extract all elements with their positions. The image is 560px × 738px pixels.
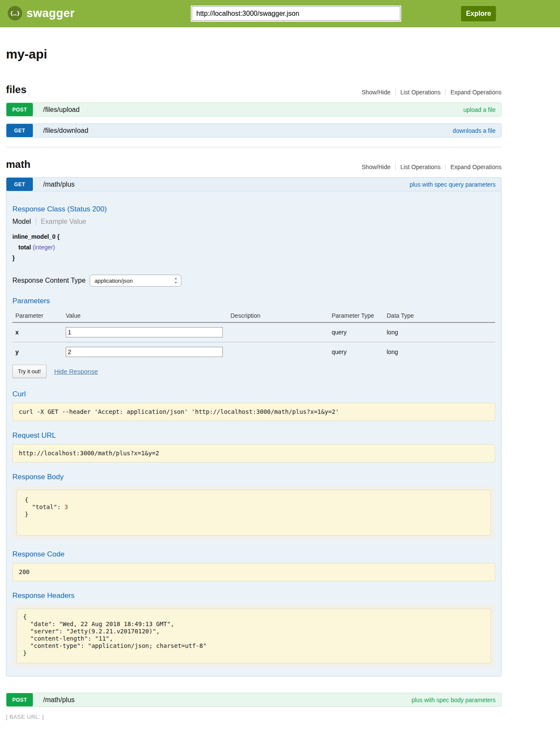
- param-data-type: long: [387, 329, 495, 336]
- op-row-get-files-download[interactable]: GET /files/download downloads a file: [6, 123, 502, 138]
- property-type: (integer): [32, 244, 55, 251]
- list-operations-link[interactable]: List Operations: [395, 89, 445, 96]
- try-row: Try it out! Hide Response: [12, 365, 495, 378]
- try-it-out-button[interactable]: Try it out!: [12, 365, 47, 378]
- op-summary-link[interactable]: plus with spec body parameters: [411, 697, 496, 703]
- col-parameter-type: Parameter Type: [332, 312, 387, 319]
- show-hide-link[interactable]: Show/Hide: [357, 164, 395, 170]
- op-row-post-math-plus[interactable]: POST /math/plus plus with spec body para…: [6, 693, 502, 707]
- base-url-label: [ BASE URL: ]: [6, 714, 502, 720]
- brand[interactable]: {…} swagger: [8, 6, 75, 20]
- swagger-logo-icon: {…}: [8, 6, 22, 20]
- spec-url-input[interactable]: [192, 6, 400, 21]
- op-summary-link[interactable]: upload a file: [463, 106, 496, 113]
- param-type: query: [332, 329, 387, 336]
- model-open-line: inline_model_0 {: [12, 231, 495, 242]
- model-close-line: }: [12, 253, 495, 264]
- col-description: Description: [230, 312, 332, 319]
- http-method-badge: POST: [6, 693, 33, 706]
- tab-model[interactable]: Model: [12, 218, 36, 226]
- curl-heading: Curl: [12, 390, 495, 398]
- response-code-heading: Response Code: [12, 550, 495, 559]
- param-value-input-y[interactable]: [66, 347, 223, 357]
- section-header-files: files Show/Hide List Operations Expand O…: [6, 84, 502, 96]
- operation-detail-panel: Response Class (Status 200) Model Exampl…: [6, 191, 502, 676]
- op-row-post-files-upload[interactable]: POST /files/upload upload a file: [6, 102, 502, 117]
- brand-title: swagger: [26, 7, 75, 20]
- response-body-prefix: { "total":: [25, 496, 64, 510]
- show-hide-link[interactable]: Show/Hide: [357, 89, 395, 96]
- param-row-x: x query long: [12, 323, 495, 343]
- response-content-type-value: application/json: [94, 278, 133, 284]
- param-name: x: [12, 329, 66, 336]
- op-path[interactable]: /math/plus: [43, 181, 75, 188]
- response-class-heading: Response Class (Status 200): [12, 205, 495, 214]
- op-path[interactable]: /files/download: [43, 127, 88, 135]
- op-summary-link[interactable]: downloads a file: [453, 127, 496, 134]
- section-title-math: math: [6, 158, 30, 170]
- response-body-suffix: }: [25, 511, 28, 518]
- select-arrows-icon: ▲▼: [174, 276, 177, 285]
- col-data-type: Data Type: [387, 312, 495, 319]
- section-links-files: Show/Hide List Operations Expand Operati…: [357, 89, 502, 96]
- section-title-files: files: [6, 84, 26, 96]
- parameters-table: Parameter Value Description Parameter Ty…: [12, 310, 495, 361]
- section-divider: [6, 147, 502, 147]
- expand-operations-link[interactable]: Expand Operations: [445, 89, 502, 96]
- request-url: http://localhost:3000/math/plus?x=1&y=2: [12, 444, 495, 463]
- model-property: total (integer): [12, 242, 495, 253]
- op-path[interactable]: /math/plus: [43, 696, 75, 704]
- response-headers: { "date": "Wed, 22 Aug 2018 18:49:13 GMT…: [17, 609, 491, 663]
- col-parameter: Parameter: [12, 312, 66, 319]
- response-body-wrap: { "total": 3 }: [12, 486, 495, 540]
- response-headers-wrap: { "date": "Wed, 22 Aug 2018 18:49:13 GMT…: [12, 604, 495, 668]
- response-content-type-label: Response Content Type: [12, 277, 85, 284]
- op-path[interactable]: /files/upload: [43, 106, 79, 114]
- list-operations-link[interactable]: List Operations: [395, 164, 445, 170]
- http-method-badge: GET: [6, 124, 33, 137]
- parameters-heading: Parameters: [12, 297, 495, 305]
- param-value-input-x[interactable]: [66, 327, 223, 337]
- page-title: my-api: [6, 47, 502, 62]
- section-links-math: Show/Hide List Operations Expand Operati…: [357, 164, 502, 170]
- expand-operations-link[interactable]: Expand Operations: [445, 164, 502, 170]
- response-body: { "total": 3 }: [17, 490, 491, 536]
- header-bar: {…} swagger Explore: [0, 0, 560, 27]
- hide-response-link[interactable]: Hide Response: [54, 368, 98, 375]
- curl-command: curl -X GET --header 'Accept: applicatio…: [12, 403, 495, 421]
- response-content-type-row: Response Content Type application/json ▲…: [12, 275, 495, 287]
- param-data-type: long: [387, 348, 495, 355]
- op-row-get-math-plus[interactable]: GET /math/plus plus with spec query para…: [6, 177, 502, 191]
- param-name: y: [12, 348, 66, 355]
- response-content-type-select[interactable]: application/json ▲▼: [90, 275, 181, 287]
- parameters-table-header: Parameter Value Description Parameter Ty…: [12, 310, 495, 323]
- param-row-y: y query long: [12, 343, 495, 361]
- response-body-heading: Response Body: [12, 473, 495, 481]
- property-name: total: [18, 244, 31, 251]
- model-tabs: Model Example Value: [12, 218, 495, 226]
- response-body-value: 3: [64, 504, 68, 510]
- tab-example-value[interactable]: Example Value: [36, 218, 86, 226]
- request-url-heading: Request URL: [12, 431, 495, 440]
- http-method-badge: POST: [6, 103, 33, 116]
- op-summary-link[interactable]: plus with spec query parameters: [409, 181, 496, 188]
- response-code: 200: [12, 563, 495, 581]
- http-method-badge: GET: [6, 178, 33, 191]
- response-headers-heading: Response Headers: [12, 592, 495, 600]
- explore-button[interactable]: Explore: [461, 6, 496, 21]
- model-signature: inline_model_0 { total (integer) }: [12, 231, 495, 264]
- col-value: Value: [66, 312, 230, 319]
- section-header-math: math Show/Hide List Operations Expand Op…: [6, 158, 502, 170]
- param-type: query: [332, 348, 387, 355]
